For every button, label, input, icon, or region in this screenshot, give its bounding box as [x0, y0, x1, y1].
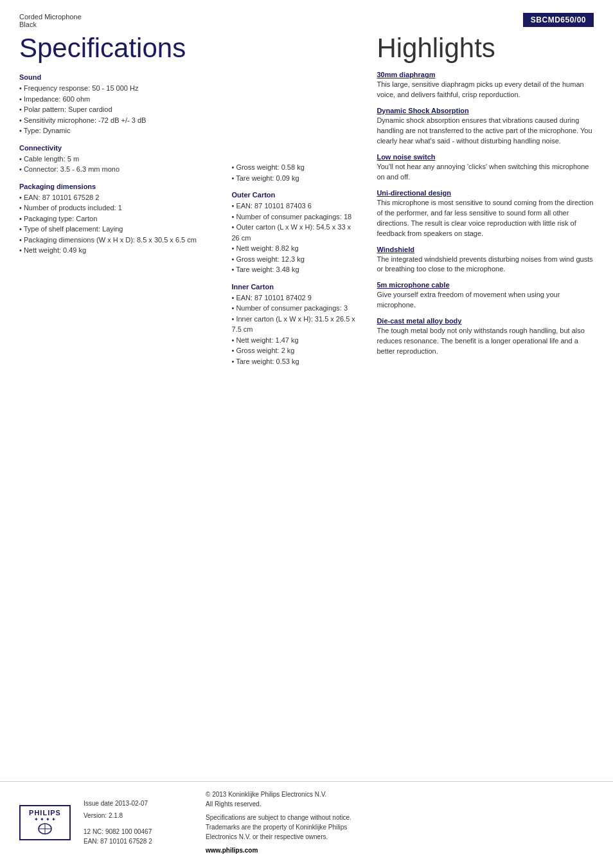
copyright-text: © 2013 Koninklijke Philips Electronics N… — [206, 790, 351, 809]
highlight-3-text: This microphone is most sensitive to sou… — [377, 198, 594, 239]
highlight-1: Dynamic Shock Absorption Dynamic shock a… — [377, 107, 594, 147]
highlight-5-text: Give yourself extra freedom of movement … — [377, 290, 594, 311]
version-label: Version: — [84, 812, 107, 819]
product-info: Corded Microphone Black — [19, 13, 82, 28]
issue-date-label: Issue date — [84, 800, 115, 807]
highlight-0-text: This large, sensitive diaphragm picks up… — [377, 80, 594, 100]
highlight-0: 30mm diaphragm This large, sensitive dia… — [377, 71, 594, 100]
section-connectivity-title: Connectivity — [19, 144, 218, 152]
legal-text: Specifications are subject to change wit… — [206, 813, 351, 842]
footer-version: Version: 2.1.8 — [84, 811, 186, 820]
list-item: Packaging dimensions (W x H x D): 8.5 x … — [19, 235, 218, 246]
section-inner-list: EAN: 87 10101 87402 9 Number of consumer… — [231, 293, 357, 367]
highlight-6: Die-cast metal alloy body The tough meta… — [377, 317, 594, 357]
specs-column-2: Gross weight: 0.58 kg Tare weight: 0.09 … — [231, 33, 364, 369]
list-item: Nett weight: 0.49 kg — [19, 245, 218, 256]
highlight-1-title: Dynamic Shock Absorption — [377, 107, 594, 114]
list-item: Tare weight: 3.48 kg — [231, 264, 357, 275]
main-content: Specifications Sound Frequency response:… — [19, 33, 594, 369]
list-item: Nett weight: 1.47 kg — [231, 335, 357, 346]
footer-issue-date: Issue date 2013-02-07 — [84, 799, 186, 808]
list-item: Number of consumer packagings: 18 — [231, 212, 357, 222]
highlight-2-title: Low noise switch — [377, 153, 594, 161]
list-item: Nett weight: 8.82 kg — [231, 243, 357, 254]
list-item: Gross weight: 0.58 kg — [231, 162, 357, 173]
list-item: Packaging type: Carton — [19, 213, 218, 224]
footer-copyright: © 2013 Koninklijke Philips Electronics N… — [206, 790, 351, 855]
ean-value: EAN: 87 10101 67528 2 — [84, 836, 186, 846]
list-item: EAN: 87 10101 87402 9 — [231, 293, 357, 303]
footer-middle: Issue date 2013-02-07 Version: 2.1.8 12 … — [84, 799, 186, 846]
list-item: Type: Dynamic — [19, 125, 218, 136]
list-item: Polar pattern: Super cardiod — [19, 104, 218, 115]
nc-value: 12 NC: 9082 100 00467 — [84, 827, 186, 836]
footer-right-group: © 2013 Koninklijke Philips Electronics N… — [206, 790, 351, 855]
list-item: Inner carton (L x W x H): 31.5 x 26.5 x … — [231, 314, 357, 335]
highlight-3-title: Uni-directional design — [377, 189, 594, 197]
highlight-2-text: You'll not hear any annoying 'clicks' wh… — [377, 162, 594, 183]
section-outer-list: EAN: 87 10101 87403 6 Number of consumer… — [231, 201, 357, 275]
list-item: EAN: 87 10101 67528 2 — [19, 192, 218, 203]
list-item: Tare weight: 0.53 kg — [231, 356, 357, 367]
list-item: Cable length: 5 m — [19, 154, 218, 165]
philips-shield-icon — [37, 822, 53, 835]
highlight-4-title: Windshield — [377, 246, 594, 253]
highlight-6-text: The tough metal body not only withstands… — [377, 326, 594, 357]
section-outer-title: Outer Carton — [231, 191, 357, 199]
highlight-3: Uni-directional design This microphone i… — [377, 189, 594, 239]
list-item: Sensitivity microphone: -72 dB +/- 3 dB — [19, 115, 218, 126]
highlights-title: Highlights — [377, 33, 594, 63]
highlight-4: Windshield The integrated windshield pre… — [377, 246, 594, 275]
section-packaging-list: EAN: 87 10101 67528 2 Number of products… — [19, 192, 218, 256]
highlight-5-title: 5m microphone cable — [377, 281, 594, 289]
list-item: Connector: 3.5 - 6.3 mm mono — [19, 164, 218, 175]
highlights-column: Highlights 30mm diaphragm This large, se… — [364, 33, 594, 369]
list-item: Frequency response: 50 - 15 000 Hz — [19, 83, 218, 94]
list-item: Outer carton (L x W x H): 54.5 x 33 x 26… — [231, 222, 357, 243]
list-item: Type of shelf placement: Laying — [19, 224, 218, 235]
list-item: Gross weight: 2 kg — [231, 345, 357, 356]
highlight-5: 5m microphone cable Give yourself extra … — [377, 281, 594, 311]
model-badge: SBCMD650/00 — [523, 13, 594, 27]
footer-nc: 12 NC: 9082 100 00467 EAN: 87 10101 6752… — [84, 827, 186, 846]
product-color: Black — [19, 21, 82, 28]
section-packaging-title: Packaging dimensions — [19, 183, 218, 190]
specs-title: Specifications — [19, 33, 218, 63]
page: Corded Microphone Black SBCMD650/00 Spec… — [0, 0, 613, 868]
list-item: Tare weight: 0.09 kg — [231, 173, 357, 184]
list-item: EAN: 87 10101 87403 6 — [231, 201, 357, 212]
section-connectivity-list: Cable length: 5 m Connector: 3.5 - 6.3 m… — [19, 154, 218, 175]
list-item: Gross weight: 12.3 kg — [231, 254, 357, 265]
header: Corded Microphone Black SBCMD650/00 — [19, 13, 594, 28]
section-sound-list: Frequency response: 50 - 15 000 Hz Imped… — [19, 83, 218, 136]
highlight-2: Low noise switch You'll not hear any ann… — [377, 153, 594, 183]
consumer-packaging-list: Gross weight: 0.58 kg Tare weight: 0.09 … — [231, 162, 357, 183]
list-item: Number of products included: 1 — [19, 203, 218, 213]
philips-logo-inner: PHILIPS ✦ ✦ ✦ ✦ — [29, 809, 61, 836]
section-inner-title: Inner Carton — [231, 283, 357, 291]
footer: PHILIPS ✦ ✦ ✦ ✦ Issue date 2013-02-07 Ve… — [0, 781, 613, 855]
issue-date-value: 2013-02-07 — [115, 800, 148, 807]
list-item: Impedance: 600 ohm — [19, 94, 218, 105]
footer-website: www.philips.com — [206, 845, 351, 855]
product-type: Corded Microphone — [19, 13, 82, 21]
philips-logo: PHILIPS ✦ ✦ ✦ ✦ — [19, 805, 71, 840]
list-item: Number of consumer packagings: 3 — [231, 303, 357, 314]
highlight-1-text: Dynamic shock absorption ensures that vi… — [377, 116, 594, 147]
highlight-4-text: The integrated windshield prevents distu… — [377, 255, 594, 275]
philips-stars: ✦ ✦ ✦ ✦ — [29, 817, 61, 822]
philips-wordmark: PHILIPS — [29, 809, 61, 817]
specs-column: Specifications Sound Frequency response:… — [19, 33, 231, 369]
highlight-0-title: 30mm diaphragm — [377, 71, 594, 78]
highlight-6-title: Die-cast metal alloy body — [377, 317, 594, 325]
version-value: 2.1.8 — [109, 812, 123, 819]
section-sound-title: Sound — [19, 73, 218, 81]
